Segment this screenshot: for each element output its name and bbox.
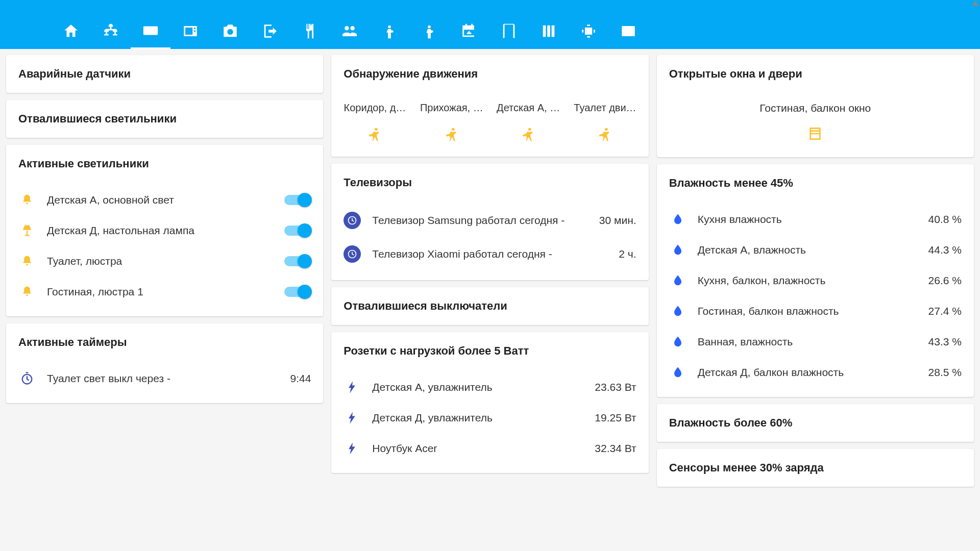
card-title: Розетки с нагрузкой более 5 Ватт [331,332,648,370]
motion-label: Коридор, д… [336,102,413,114]
tab-book[interactable] [489,13,529,49]
socket-row[interactable]: Детская Д, увлажнитель19.25 Вт [331,403,648,433]
light-toggle[interactable] [284,195,311,205]
humidity-row[interactable]: Детская Д, балкон влажность28.5 % [657,357,974,388]
card-active-timers: Активные таймеры Туалет свет выкл через … [6,323,323,403]
humidity-name: Детская А, влажность [698,244,917,256]
light-row[interactable]: Детская Д, настольная лампа [6,215,323,246]
card-tvs: Телевизоры Телевизор Samsung работал сег… [331,164,648,280]
card-humidity-high[interactable]: Влажность более 60% [657,404,974,442]
humidity-icon [669,212,687,227]
light-row[interactable]: Гостиная, люстра 1 [6,277,323,307]
light-icon [18,193,36,207]
card-motion: Обнаружение движения Коридор, д…Прихожая… [331,55,648,157]
humidity-row[interactable]: Детская А, влажность44.3 % [657,235,974,265]
tv-name: Телевизор Xiaomi работал сегодня - [372,248,607,260]
humidity-row[interactable]: Гостиная, балкон влажность27.4 % [657,296,974,327]
humidity-name: Кухня влажность [698,213,917,226]
scroll-up-arrow[interactable] [972,1,979,6]
tab-exit[interactable] [250,13,290,49]
dashboard-columns: Аварийные датчики Отвалившиеся светильни… [0,49,980,493]
card-sensors-low-battery[interactable]: Сенсоры менее 30% заряда [657,449,974,487]
humidity-name: Детская Д, балкон влажность [698,366,917,379]
tab-food[interactable] [290,13,330,49]
tab-chip[interactable] [569,13,608,49]
card-title: Телевизоры [331,164,648,202]
humidity-icon [669,335,687,349]
socket-row[interactable]: Ноутбук Acer32.34 Вт [331,433,648,464]
card-title: Аварийные датчики [6,55,323,93]
timer-icon [18,371,36,386]
light-toggle[interactable] [284,287,311,297]
humidity-value: 43.3 % [928,336,962,348]
motion-label: Прихожая, … [413,102,490,114]
humidity-value: 27.4 % [928,305,962,317]
tab-network[interactable] [91,13,131,49]
timer-row[interactable]: Туалет свет выкл через - 9:44 [6,363,323,394]
light-row[interactable]: Туалет, люстра [6,246,323,277]
motion-sensor[interactable]: Коридор, д… [336,102,413,144]
card-title: Сенсоры менее 30% заряда [657,449,974,487]
timer-value: 9:44 [290,372,311,385]
tab-person-a[interactable] [370,13,409,49]
tab-person-b[interactable] [409,13,449,49]
tab-columns[interactable] [529,13,569,49]
socket-name: Ноутбук Acer [372,442,583,455]
light-toggle[interactable] [284,226,311,236]
motion-sensor[interactable]: Прихожая, … [413,102,490,144]
socket-row[interactable]: Детская А, увлажнитель23.63 Вт [331,372,648,403]
tab-camera[interactable] [210,13,250,49]
timer-name: Туалет свет выкл через - [47,372,279,385]
tv-value: 30 мин. [599,214,636,227]
socket-name: Детская Д, увлажнитель [372,412,583,424]
tv-value: 2 ч. [619,248,636,260]
light-icon [18,254,36,268]
column-left: Аварийные датчики Отвалившиеся светильни… [6,55,323,487]
column-middle: Обнаружение движения Коридор, д…Прихожая… [331,55,648,487]
tab-keyboard[interactable] [131,14,170,49]
socket-value: 23.63 Вт [595,381,636,393]
top-nav [0,0,980,49]
humidity-name: Кухня, балкон, влажность [698,274,917,287]
card-alarm-sensors[interactable]: Аварийные датчики [6,55,323,93]
card-active-lights: Активные светильники Детская А, основной… [6,145,323,316]
tab-calendar[interactable] [449,13,489,49]
light-toggle[interactable] [284,256,311,266]
socket-value: 32.34 Вт [595,442,636,455]
humidity-value: 44.3 % [928,244,962,256]
tab-terminal[interactable] [608,13,648,49]
tv-name: Телевизор Samsung работал сегодня - [372,214,588,227]
humidity-value: 28.5 % [928,366,962,379]
motion-label: Детская А, … [490,102,567,114]
card-sockets: Розетки с нагрузкой более 5 Ватт Детская… [331,332,648,473]
tab-home[interactable] [51,13,91,49]
motion-sensor[interactable]: Детская А, … [490,102,567,144]
card-open-windows: Открытые окна и двери Гостиная, балкон о… [657,55,974,157]
motion-sensor[interactable]: Туалет дви… [567,102,643,144]
card-humidity-low: Влажность менее 45% Кухня влажность40.8 … [657,164,974,397]
open-window-item[interactable]: Гостиная, балкон окно [657,93,974,157]
card-title: Отвалившиеся выключатели [331,287,648,325]
clock-icon [344,212,361,229]
light-icon [18,285,36,299]
humidity-value: 40.8 % [928,213,962,226]
tab-appliance[interactable] [170,13,210,49]
humidity-row[interactable]: Ванная, влажность43.3 % [657,327,974,357]
window-icon [807,126,823,142]
humidity-name: Гостиная, балкон влажность [698,305,917,317]
tv-row[interactable]: Телевизор Xiaomi работал сегодня -2 ч. [331,237,648,271]
socket-value: 19.25 Вт [595,412,636,424]
motion-label: Туалет дви… [567,102,643,114]
light-name: Детская Д, настольная лампа [47,224,273,237]
tv-row[interactable]: Телевизор Samsung работал сегодня -30 ми… [331,204,648,237]
card-lost-lights[interactable]: Отвалившиеся светильники [6,100,323,138]
humidity-row[interactable]: Кухня влажность40.8 % [657,204,974,235]
light-row[interactable]: Детская А, основной свет [6,185,323,215]
bolt-icon [344,411,361,425]
tab-people[interactable] [330,13,370,49]
humidity-row[interactable]: Кухня, балкон, влажность26.6 % [657,265,974,296]
card-lost-switches[interactable]: Отвалившиеся выключатели [331,287,648,325]
humidity-value: 26.6 % [928,274,962,287]
column-right: Открытые окна и двери Гостиная, балкон о… [657,55,974,487]
humidity-icon [669,243,687,257]
